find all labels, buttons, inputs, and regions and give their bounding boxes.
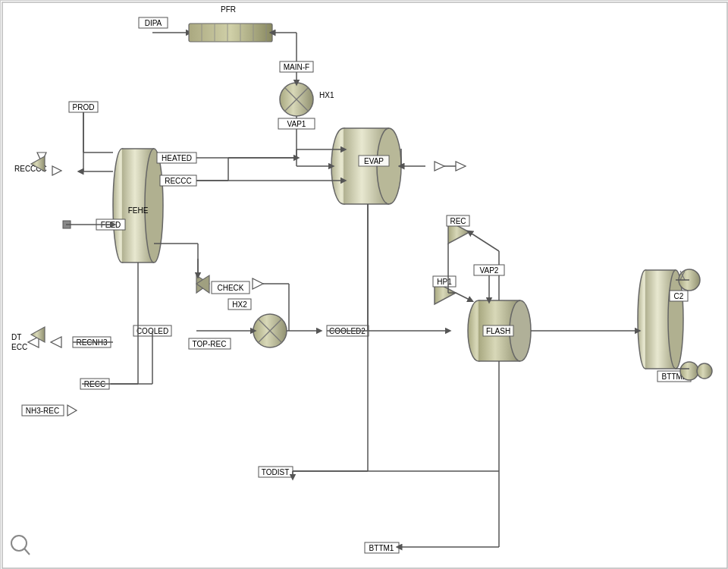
process-flow-diagram: DIPA PFR MAIN-F HX1 VAP1 EVAP bbox=[0, 0, 728, 569]
label-hx1: HX1 bbox=[319, 91, 334, 99]
svg-point-107 bbox=[680, 362, 698, 380]
label-bttm1: BTTM1 bbox=[369, 544, 394, 552]
svg-point-35 bbox=[145, 149, 163, 262]
svg-point-108 bbox=[697, 363, 712, 379]
svg-rect-3 bbox=[189, 24, 272, 42]
label-fehe: FEHE bbox=[128, 206, 149, 215]
label-hp1: HP1 bbox=[437, 278, 452, 286]
label-main-f: MAIN-F bbox=[284, 63, 309, 71]
label-nh3-rec: NH3-REC bbox=[26, 407, 59, 415]
label-vap1: VAP1 bbox=[287, 120, 306, 128]
svg-rect-0 bbox=[1, 1, 728, 569]
label-check: CHECK bbox=[217, 284, 243, 292]
label-rec: REC bbox=[450, 217, 466, 225]
label-prod: PROD bbox=[73, 103, 95, 112]
label-c2: C2 bbox=[674, 292, 684, 300]
label-pfr: PFR bbox=[221, 5, 236, 14]
label-dt: DT bbox=[11, 333, 21, 341]
label-flash: FLASH bbox=[486, 327, 510, 335]
label-vap2: VAP2 bbox=[480, 266, 499, 275]
label-evap: EVAP bbox=[364, 157, 384, 165]
label-ecc: ECC bbox=[11, 343, 27, 351]
label-reccc: RECCC bbox=[165, 177, 192, 185]
label-heated: HEATED bbox=[162, 154, 192, 162]
label-todist: TODIST bbox=[262, 468, 289, 476]
label-dipa: DIPA bbox=[145, 19, 162, 27]
label-top-rec: TOP-REC bbox=[193, 340, 227, 348]
label-hx2: HX2 bbox=[232, 300, 247, 309]
